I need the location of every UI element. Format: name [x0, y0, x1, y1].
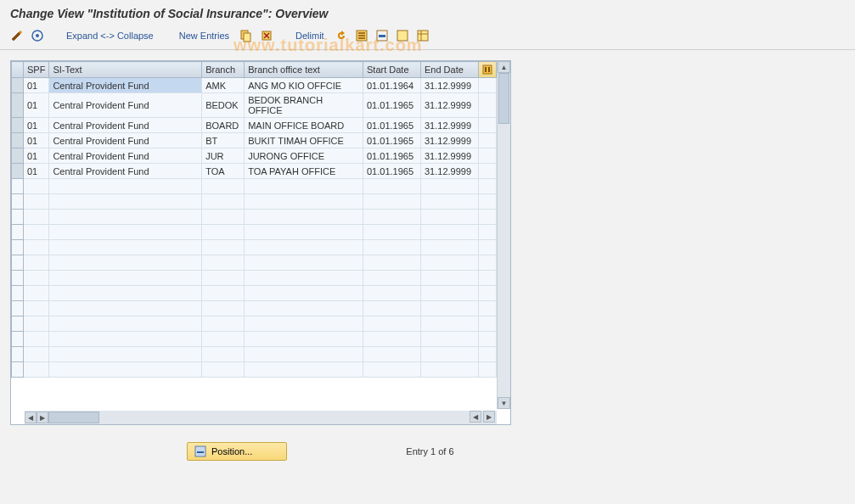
row-selector[interactable] — [12, 225, 24, 240]
cell-start[interactable]: 01.01.1965 — [363, 93, 420, 118]
cell-botext[interactable] — [245, 286, 363, 301]
cell-spf[interactable] — [23, 316, 48, 332]
cell-end[interactable] — [420, 240, 478, 255]
cell-end[interactable] — [420, 362, 478, 378]
cell-spf[interactable] — [23, 332, 48, 347]
column-header-end[interactable]: End Date — [420, 62, 478, 78]
row-selector[interactable] — [12, 301, 24, 316]
cell-botext[interactable] — [245, 194, 363, 210]
cell-start[interactable]: 01.01.1964 — [363, 78, 420, 93]
column-header-start[interactable]: Start Date — [363, 62, 420, 78]
other-view-icon[interactable] — [31, 29, 44, 42]
cell-botext[interactable] — [245, 271, 363, 286]
row-selector[interactable] — [12, 240, 24, 255]
cell-spf[interactable]: 01 — [23, 93, 48, 118]
column-header-sitext[interactable]: SI-Text — [49, 62, 202, 78]
row-selector[interactable] — [12, 194, 24, 210]
cell-end[interactable] — [420, 271, 478, 286]
cell-end[interactable] — [420, 225, 478, 240]
cell-spf[interactable] — [23, 255, 48, 271]
column-header-botext[interactable]: Branch office text — [245, 62, 363, 78]
cell-sitext[interactable] — [49, 179, 202, 194]
column-header-branch[interactable]: Branch — [202, 62, 245, 78]
cell-start[interactable] — [363, 332, 420, 347]
cell-start[interactable] — [363, 179, 420, 194]
row-selector[interactable] — [12, 347, 24, 362]
cell-spf[interactable] — [23, 240, 48, 255]
select-all-icon[interactable] — [355, 29, 368, 42]
row-selector[interactable] — [12, 118, 24, 133]
cell-sitext[interactable] — [49, 301, 202, 316]
cell-branch[interactable]: BT — [202, 133, 245, 148]
row-selector[interactable] — [12, 148, 24, 164]
cell-sitext[interactable]: Central Provident Fund — [49, 118, 202, 133]
cell-branch[interactable]: BOARD — [202, 118, 245, 133]
undo-change-icon[interactable] — [335, 29, 348, 42]
cell-end[interactable] — [420, 179, 478, 194]
new-entries-button[interactable]: New Entries — [176, 29, 233, 42]
cell-start[interactable] — [363, 225, 420, 240]
cell-botext[interactable] — [245, 301, 363, 316]
row-selector[interactable] — [12, 93, 24, 118]
cell-botext[interactable]: BEDOK BRANCH OFFICE — [245, 93, 363, 118]
row-selector[interactable] — [12, 210, 24, 225]
cell-botext[interactable] — [245, 347, 363, 362]
cell-end[interactable] — [420, 210, 478, 225]
cell-sitext[interactable] — [49, 362, 202, 378]
position-button[interactable]: Position... — [187, 442, 287, 461]
cell-start[interactable] — [363, 271, 420, 286]
cell-branch[interactable]: AMK — [202, 78, 245, 93]
cell-botext[interactable]: MAIN OFFICE BOARD — [245, 118, 363, 133]
cell-sitext[interactable] — [49, 286, 202, 301]
cell-sitext[interactable]: Central Provident Fund — [49, 78, 202, 93]
cell-spf[interactable] — [23, 194, 48, 210]
cell-spf[interactable] — [23, 301, 48, 316]
delete-icon[interactable] — [260, 29, 273, 42]
cell-end[interactable] — [420, 347, 478, 362]
cell-start[interactable]: 01.01.1965 — [363, 164, 420, 179]
cell-start[interactable] — [363, 255, 420, 271]
scroll-track-horizontal[interactable] — [48, 412, 497, 423]
row-selector[interactable] — [12, 316, 24, 332]
cell-start[interactable] — [363, 194, 420, 210]
cell-end[interactable] — [420, 286, 478, 301]
scroll-thumb-vertical[interactable] — [498, 73, 509, 124]
cell-sitext[interactable]: Central Provident Fund — [49, 164, 202, 179]
cell-sitext[interactable] — [49, 210, 202, 225]
cell-start[interactable] — [363, 316, 420, 332]
cell-sitext[interactable] — [49, 271, 202, 286]
scroll-left-icon[interactable]: ◀ — [25, 412, 37, 423]
cell-branch[interactable] — [202, 347, 245, 362]
cell-spf[interactable] — [23, 271, 48, 286]
cell-sitext[interactable] — [49, 332, 202, 347]
cell-spf[interactable] — [23, 286, 48, 301]
cell-end[interactable]: 31.12.9999 — [420, 164, 478, 179]
cell-end[interactable]: 31.12.9999 — [420, 78, 478, 93]
cell-spf[interactable] — [23, 362, 48, 378]
row-selector[interactable] — [12, 271, 24, 286]
cell-branch[interactable] — [202, 316, 245, 332]
scroll-right-end-icon[interactable]: ▶ — [483, 411, 495, 423]
scroll-down-icon[interactable]: ▼ — [498, 397, 510, 409]
cell-sitext[interactable] — [49, 316, 202, 332]
row-selector[interactable] — [12, 133, 24, 148]
cell-branch[interactable]: JUR — [202, 148, 245, 164]
cell-botext[interactable]: TOA PAYAH OFFICE — [245, 164, 363, 179]
table-settings-icon[interactable] — [416, 29, 430, 42]
cell-branch[interactable] — [202, 286, 245, 301]
cell-botext[interactable] — [245, 210, 363, 225]
cell-end[interactable]: 31.12.9999 — [420, 118, 478, 133]
cell-end[interactable]: 31.12.9999 — [420, 133, 478, 148]
cell-end[interactable] — [420, 255, 478, 271]
row-selector[interactable] — [12, 78, 24, 93]
select-block-icon[interactable] — [375, 29, 389, 42]
cell-botext[interactable]: JURONG OFFICE — [245, 148, 363, 164]
cell-end[interactable] — [420, 332, 478, 347]
cell-spf[interactable]: 01 — [23, 118, 48, 133]
cell-branch[interactable] — [202, 255, 245, 271]
delimit-button[interactable]: Delimit — [292, 29, 328, 42]
cell-start[interactable] — [363, 301, 420, 316]
row-selector-header[interactable] — [12, 62, 24, 78]
cell-end[interactable] — [420, 194, 478, 210]
cell-start[interactable] — [363, 362, 420, 378]
